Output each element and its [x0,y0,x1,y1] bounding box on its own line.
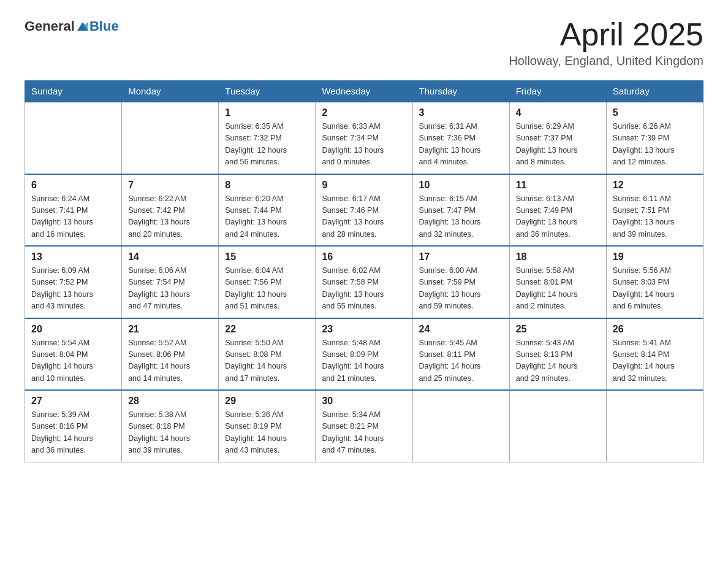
calendar-cell: 4Sunrise: 6:29 AM Sunset: 7:37 PM Daylig… [509,102,606,174]
day-number: 23 [322,324,406,335]
day-info: Sunrise: 6:15 AM Sunset: 7:47 PM Dayligh… [419,193,503,241]
calendar-cell: 16Sunrise: 6:02 AM Sunset: 7:58 PM Dayli… [316,246,412,318]
calendar-cell [25,102,122,174]
calendar-week-3: 13Sunrise: 6:09 AM Sunset: 7:52 PM Dayli… [25,246,703,318]
day-info: Sunrise: 6:26 AM Sunset: 7:39 PM Dayligh… [613,121,697,169]
calendar-cell: 19Sunrise: 5:56 AM Sunset: 8:03 PM Dayli… [606,246,703,318]
calendar-cell: 8Sunrise: 6:20 AM Sunset: 7:44 PM Daylig… [219,174,316,247]
day-info: Sunrise: 5:58 AM Sunset: 8:01 PM Dayligh… [516,265,600,313]
calendar-cell [606,390,703,462]
calendar-cell: 9Sunrise: 6:17 AM Sunset: 7:46 PM Daylig… [316,174,412,247]
calendar-cell: 28Sunrise: 5:38 AM Sunset: 8:18 PM Dayli… [122,390,219,462]
day-number: 21 [128,324,212,335]
location: Holloway, England, United Kingdom [509,54,703,68]
day-info: Sunrise: 6:17 AM Sunset: 7:46 PM Dayligh… [322,193,406,241]
calendar-cell: 18Sunrise: 5:58 AM Sunset: 8:01 PM Dayli… [509,246,606,318]
day-info: Sunrise: 5:34 AM Sunset: 8:21 PM Dayligh… [322,409,406,457]
day-number: 15 [225,251,309,262]
day-info: Sunrise: 6:00 AM Sunset: 7:59 PM Dayligh… [419,265,503,313]
day-info: Sunrise: 6:11 AM Sunset: 7:51 PM Dayligh… [613,193,697,241]
day-number: 7 [128,180,212,191]
day-info: Sunrise: 6:29 AM Sunset: 7:37 PM Dayligh… [516,121,600,169]
day-info: Sunrise: 5:54 AM Sunset: 8:04 PM Dayligh… [31,337,115,385]
day-number: 29 [225,396,309,407]
calendar-cell: 14Sunrise: 6:06 AM Sunset: 7:54 PM Dayli… [122,246,219,318]
day-info: Sunrise: 5:41 AM Sunset: 8:14 PM Dayligh… [613,337,697,385]
calendar-cell: 27Sunrise: 5:39 AM Sunset: 8:16 PM Dayli… [25,390,122,462]
calendar-table: SundayMondayTuesdayWednesdayThursdayFrid… [25,80,703,462]
calendar-cell: 29Sunrise: 5:36 AM Sunset: 8:19 PM Dayli… [219,390,316,462]
calendar-header-monday: Monday [122,81,219,102]
calendar-cell: 17Sunrise: 6:00 AM Sunset: 7:59 PM Dayli… [412,246,509,318]
calendar-cell: 2Sunrise: 6:33 AM Sunset: 7:34 PM Daylig… [316,102,412,174]
day-info: Sunrise: 6:02 AM Sunset: 7:58 PM Dayligh… [322,265,406,313]
day-number: 4 [516,107,600,118]
logo: General Blue [25,18,119,34]
calendar-cell: 24Sunrise: 5:45 AM Sunset: 8:11 PM Dayli… [412,318,509,391]
calendar-cell [412,390,509,462]
day-number: 6 [31,180,115,191]
calendar-header-row: SundayMondayTuesdayWednesdayThursdayFrid… [25,81,703,102]
day-number: 12 [613,180,697,191]
calendar-cell: 25Sunrise: 5:43 AM Sunset: 8:13 PM Dayli… [509,318,606,391]
day-info: Sunrise: 6:33 AM Sunset: 7:34 PM Dayligh… [322,121,406,169]
day-number: 26 [613,324,697,335]
title-section: April 2025 Holloway, England, United Kin… [509,18,703,68]
calendar-header-thursday: Thursday [412,81,509,102]
calendar-cell: 6Sunrise: 6:24 AM Sunset: 7:41 PM Daylig… [25,174,122,247]
day-number: 25 [516,324,600,335]
day-number: 11 [516,180,600,191]
calendar-cell [509,390,606,462]
calendar-header-sunday: Sunday [25,81,122,102]
day-number: 22 [225,324,309,335]
day-number: 17 [419,251,503,262]
calendar-cell: 20Sunrise: 5:54 AM Sunset: 8:04 PM Dayli… [25,318,122,391]
day-number: 10 [419,180,503,191]
day-info: Sunrise: 5:48 AM Sunset: 8:09 PM Dayligh… [322,337,406,385]
calendar-header-saturday: Saturday [606,81,703,102]
day-info: Sunrise: 6:06 AM Sunset: 7:54 PM Dayligh… [128,265,212,313]
day-number: 5 [613,107,697,118]
day-info: Sunrise: 6:35 AM Sunset: 7:32 PM Dayligh… [225,121,309,169]
day-info: Sunrise: 6:24 AM Sunset: 7:41 PM Dayligh… [31,193,115,241]
logo-icon [76,20,89,33]
day-info: Sunrise: 5:50 AM Sunset: 8:08 PM Dayligh… [225,337,309,385]
day-info: Sunrise: 5:39 AM Sunset: 8:16 PM Dayligh… [31,409,115,457]
calendar-cell: 1Sunrise: 6:35 AM Sunset: 7:32 PM Daylig… [219,102,316,174]
day-number: 19 [613,251,697,262]
calendar-cell: 7Sunrise: 6:22 AM Sunset: 7:42 PM Daylig… [122,174,219,247]
calendar-week-1: 1Sunrise: 6:35 AM Sunset: 7:32 PM Daylig… [25,102,703,174]
day-number: 3 [419,107,503,118]
day-number: 27 [31,396,115,407]
calendar-cell: 15Sunrise: 6:04 AM Sunset: 7:56 PM Dayli… [219,246,316,318]
calendar-header-tuesday: Tuesday [219,81,316,102]
day-number: 28 [128,396,212,407]
calendar-week-2: 6Sunrise: 6:24 AM Sunset: 7:41 PM Daylig… [25,174,703,247]
day-info: Sunrise: 6:20 AM Sunset: 7:44 PM Dayligh… [225,193,309,241]
day-number: 14 [128,251,212,262]
calendar-week-4: 20Sunrise: 5:54 AM Sunset: 8:04 PM Dayli… [25,318,703,391]
calendar-header-wednesday: Wednesday [316,81,412,102]
calendar-cell: 21Sunrise: 5:52 AM Sunset: 8:06 PM Dayli… [122,318,219,391]
day-number: 9 [322,180,406,191]
day-info: Sunrise: 5:38 AM Sunset: 8:18 PM Dayligh… [128,409,212,457]
calendar-cell: 11Sunrise: 6:13 AM Sunset: 7:49 PM Dayli… [509,174,606,247]
day-info: Sunrise: 5:36 AM Sunset: 8:19 PM Dayligh… [225,409,309,457]
logo-blue: Blue [89,18,119,34]
day-info: Sunrise: 5:52 AM Sunset: 8:06 PM Dayligh… [128,337,212,385]
day-number: 8 [225,180,309,191]
day-info: Sunrise: 5:56 AM Sunset: 8:03 PM Dayligh… [613,265,697,313]
calendar-cell: 30Sunrise: 5:34 AM Sunset: 8:21 PM Dayli… [316,390,412,462]
calendar-cell: 26Sunrise: 5:41 AM Sunset: 8:14 PM Dayli… [606,318,703,391]
calendar-cell: 12Sunrise: 6:11 AM Sunset: 7:51 PM Dayli… [606,174,703,247]
day-number: 18 [516,251,600,262]
day-number: 13 [31,251,115,262]
day-number: 2 [322,107,406,118]
page-header: General Blue April 2025 Holloway, Englan… [25,18,703,68]
calendar-cell: 5Sunrise: 6:26 AM Sunset: 7:39 PM Daylig… [606,102,703,174]
calendar-header-friday: Friday [509,81,606,102]
day-info: Sunrise: 6:13 AM Sunset: 7:49 PM Dayligh… [516,193,600,241]
day-number: 20 [31,324,115,335]
day-info: Sunrise: 5:43 AM Sunset: 8:13 PM Dayligh… [516,337,600,385]
day-number: 30 [322,396,406,407]
